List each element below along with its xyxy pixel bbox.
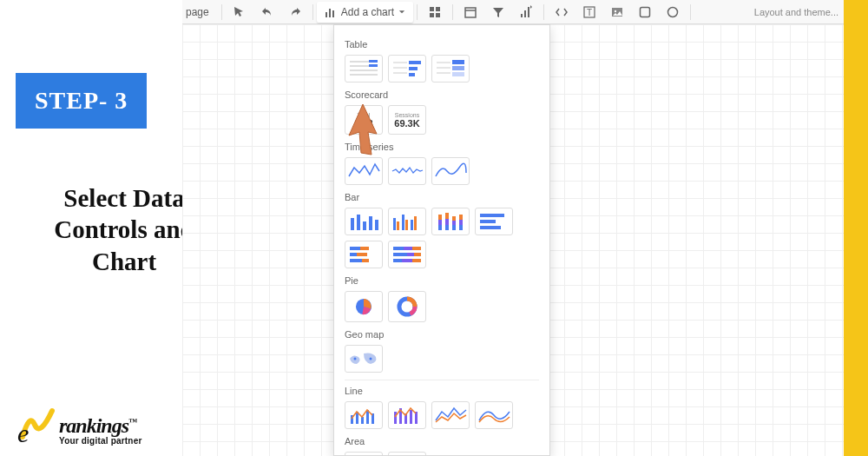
geomap-option[interactable] xyxy=(345,345,383,373)
svg-rect-72 xyxy=(393,253,407,256)
svg-rect-52 xyxy=(445,219,449,225)
accent-sidebar xyxy=(844,0,868,456)
section-bar: Bar xyxy=(345,192,539,202)
donut-option[interactable] xyxy=(388,291,426,322)
svg-rect-66 xyxy=(357,253,367,256)
svg-rect-60 xyxy=(480,214,504,217)
data-control-button[interactable] xyxy=(512,2,540,23)
chevron-down-icon xyxy=(398,8,406,17)
bar-horizontal-stacked-option[interactable] xyxy=(345,241,383,268)
table-chart-option[interactable] xyxy=(345,55,383,83)
line-chart-option[interactable] xyxy=(431,401,470,429)
text-button[interactable]: T xyxy=(575,2,603,23)
line-smooth-option[interactable] xyxy=(475,401,513,429)
rectangle-icon xyxy=(638,5,652,19)
scorecard-label: Sessions xyxy=(395,112,419,118)
svg-rect-24 xyxy=(369,64,378,67)
section-pie: Pie xyxy=(345,275,539,286)
grid-icon xyxy=(428,5,442,19)
section-area: Area xyxy=(345,436,539,446)
svg-rect-40 xyxy=(369,216,372,230)
svg-rect-28 xyxy=(409,61,421,64)
timeseries-smooth-option[interactable] xyxy=(431,157,470,185)
svg-rect-46 xyxy=(411,220,413,230)
data-control-icon xyxy=(519,5,533,19)
text-icon: T xyxy=(582,5,596,19)
bar-stacked-option[interactable] xyxy=(431,208,470,235)
svg-rect-3 xyxy=(332,10,334,17)
scorecard-value: 69.3K xyxy=(394,118,419,129)
add-chart-button[interactable]: Add a chart xyxy=(317,2,413,23)
svg-rect-53 xyxy=(445,225,449,230)
calendar-icon xyxy=(464,5,477,19)
svg-rect-55 xyxy=(452,221,456,225)
logo-word: rankings xyxy=(59,414,128,437)
svg-rect-34 xyxy=(452,60,464,64)
redo-icon xyxy=(288,5,302,19)
svg-rect-29 xyxy=(409,67,418,70)
separator xyxy=(417,4,418,20)
circle-icon xyxy=(666,5,680,19)
timeseries-sparkline-option[interactable] xyxy=(388,157,426,185)
svg-rect-38 xyxy=(357,215,360,230)
bar-grouped-option[interactable] xyxy=(388,208,426,235)
svg-rect-59 xyxy=(459,225,463,230)
image-button[interactable] xyxy=(603,2,631,23)
line-combo-stacked-option[interactable] xyxy=(388,401,426,429)
svg-rect-30 xyxy=(409,73,415,76)
svg-rect-63 xyxy=(350,247,360,250)
filter-control-button[interactable] xyxy=(484,2,512,23)
bar-horizontal-option[interactable] xyxy=(475,208,513,235)
svg-rect-23 xyxy=(369,60,378,63)
svg-rect-1 xyxy=(326,12,327,17)
svg-rect-75 xyxy=(393,259,402,262)
pie-option[interactable] xyxy=(345,291,383,322)
svg-rect-65 xyxy=(350,253,357,256)
svg-rect-37 xyxy=(351,218,354,230)
svg-rect-48 xyxy=(438,215,442,220)
table-bars-option[interactable] xyxy=(388,55,426,83)
svg-text:e: e xyxy=(17,419,29,446)
community-viz-button[interactable] xyxy=(421,2,449,23)
layout-theme-button[interactable]: Layout and theme... xyxy=(754,7,844,17)
svg-rect-61 xyxy=(480,220,496,223)
bar-100-stacked-option[interactable] xyxy=(388,241,426,268)
bar-column-option[interactable] xyxy=(345,208,383,235)
svg-rect-10 xyxy=(521,14,523,17)
area-stacked-option[interactable] xyxy=(388,452,426,456)
svg-rect-71 xyxy=(412,247,421,250)
svg-rect-8 xyxy=(465,8,476,17)
redo-button[interactable] xyxy=(281,2,309,23)
date-range-button[interactable] xyxy=(457,2,484,23)
svg-rect-67 xyxy=(350,259,362,262)
svg-rect-74 xyxy=(414,253,421,256)
svg-rect-54 xyxy=(452,216,456,221)
circle-button[interactable] xyxy=(659,2,687,23)
svg-rect-17 xyxy=(641,7,650,17)
svg-rect-35 xyxy=(452,66,464,70)
svg-rect-2 xyxy=(329,9,331,17)
cursor-icon xyxy=(233,5,247,19)
step-badge: STEP- 3 xyxy=(16,73,147,129)
tutorial-pointer-icon xyxy=(344,104,382,165)
svg-rect-84 xyxy=(361,417,364,424)
brand-logo: e rankings™ Your digital partner xyxy=(17,406,142,446)
svg-point-81 xyxy=(370,358,372,360)
svg-rect-41 xyxy=(375,220,378,230)
image-icon xyxy=(610,5,624,19)
url-embed-button[interactable] xyxy=(548,2,575,23)
section-line: Line xyxy=(345,386,539,396)
area-option[interactable] xyxy=(345,452,383,456)
scorecard-compact-option[interactable]: Sessions69.3K xyxy=(388,105,426,135)
svg-rect-58 xyxy=(459,220,463,225)
select-tool-button[interactable] xyxy=(226,2,253,23)
separator xyxy=(312,4,313,20)
svg-rect-56 xyxy=(452,225,456,230)
undo-button[interactable] xyxy=(253,2,281,23)
line-combo-option[interactable] xyxy=(345,401,383,429)
page-label: page xyxy=(182,6,218,18)
table-heatmap-option[interactable] xyxy=(431,55,470,83)
rectangle-button[interactable] xyxy=(631,2,659,23)
logo-mark-icon: e xyxy=(17,406,57,446)
svg-rect-47 xyxy=(414,216,417,230)
